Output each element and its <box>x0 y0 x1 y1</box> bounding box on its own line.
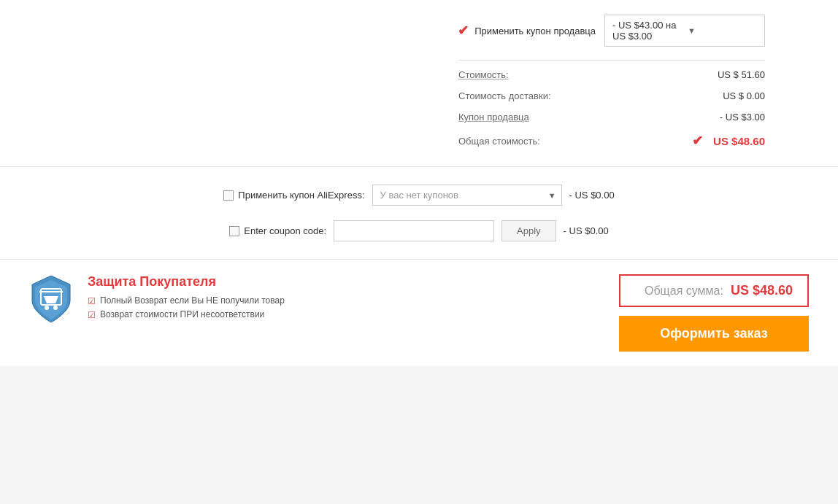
promo-code-row: Enter coupon code: Apply - US $0.00 <box>29 220 809 241</box>
aliexpress-coupon-select[interactable]: У вас нет купонов <box>372 185 562 206</box>
shipping-row: Стоимость доставки: US $ 0.00 <box>458 88 765 104</box>
price-divider-top <box>458 60 765 61</box>
promo-code-checkbox[interactable] <box>229 226 239 236</box>
protection-check-1: ☑ <box>88 296 96 306</box>
promo-code-checkbox-wrapper: Enter coupon code: <box>229 225 326 236</box>
order-summary: Общая сумма: US $48.60 Оформить заказ <box>619 274 809 352</box>
seller-coupon-dropdown-arrow: ▼ <box>688 26 757 35</box>
shield-icon <box>29 274 73 324</box>
seller-coupon-selected-option: - US $43.00 на US $3.00 <box>612 20 682 42</box>
total-label: Общая стоимость: <box>458 136 540 147</box>
main-container: ✔ Применить купон продавца - US $43.00 н… <box>0 0 838 366</box>
seller-coupon-dropdown[interactable]: - US $43.00 на US $3.00 ▼ <box>604 15 765 47</box>
promo-code-input[interactable] <box>334 220 494 241</box>
cost-value: US $ 51.60 <box>718 69 765 80</box>
seller-coupon-checkmark: ✔ <box>458 23 469 39</box>
place-order-button[interactable]: Оформить заказ <box>619 316 809 352</box>
protection-text-2: Возврат стоимости ПРИ несоответствии <box>100 309 264 319</box>
seller-coupon-row: ✔ Применить купон продавца - US $43.00 н… <box>146 15 809 47</box>
total-summary-value: US $48.60 <box>731 283 793 298</box>
aliexpress-coupon-checkbox-wrapper: Применить купон AliExpress: <box>223 190 364 201</box>
total-checkmark: ✔ <box>692 133 703 149</box>
total-summary-box: Общая сумма: US $48.60 <box>619 274 809 307</box>
aliexpress-coupon-label: Применить купон AliExpress: <box>238 190 364 201</box>
buyer-protection-title: Защита Покупателя <box>88 274 604 290</box>
aliexpress-coupon-discount: - US $0.00 <box>569 190 615 201</box>
promo-code-discount: - US $0.00 <box>564 225 609 236</box>
seller-coupon-label: Применить купон продавца <box>474 26 596 36</box>
buyer-protection-info: Защита Покупателя ☑ Полный Возврат если … <box>88 274 604 323</box>
protection-text-1: Полный Возврат если Вы НЕ получили товар <box>100 295 285 306</box>
svg-point-1 <box>45 306 49 310</box>
bottom-section: Защита Покупателя ☑ Полный Возврат если … <box>0 260 838 366</box>
seller-discount-label: Купон продавца <box>458 112 529 123</box>
svg-point-2 <box>53 306 58 310</box>
coupon-section: Применить купон AliExpress: У вас нет ку… <box>0 167 838 260</box>
shipping-label: Стоимость доставки: <box>458 90 551 101</box>
price-breakdown: Стоимость: US $ 51.60 Стоимость доставки… <box>146 58 809 152</box>
cost-row: Стоимость: US $ 51.60 <box>458 66 765 83</box>
total-value: US $48.60 <box>713 135 765 147</box>
seller-discount-value: - US $3.00 <box>720 112 765 123</box>
seller-discount-row: Купон продавца - US $3.00 <box>458 109 765 125</box>
aliexpress-coupon-select-wrapper: У вас нет купонов ▼ <box>372 185 562 206</box>
apply-button[interactable]: Apply <box>501 220 556 241</box>
total-summary-label: Общая сумма: <box>645 284 723 298</box>
shipping-value: US $ 0.00 <box>723 90 765 101</box>
protection-check-2: ☑ <box>88 310 96 320</box>
promo-code-label: Enter coupon code: <box>244 225 326 236</box>
shield-container <box>29 274 73 326</box>
aliexpress-coupon-checkbox[interactable] <box>223 190 234 201</box>
pricing-section: ✔ Применить купон продавца - US $43.00 н… <box>0 0 838 167</box>
total-row: Общая стоимость: ✔ US $48.60 <box>458 130 765 152</box>
total-value-container: ✔ US $48.60 <box>692 133 765 149</box>
cost-label: Стоимость: <box>458 69 509 80</box>
aliexpress-coupon-row: Применить купон AliExpress: У вас нет ку… <box>29 185 809 206</box>
protection-item-2: ☑ Возврат стоимости ПРИ несоответствии <box>88 309 604 320</box>
protection-item-1: ☑ Полный Возврат если Вы НЕ получили тов… <box>88 295 604 306</box>
